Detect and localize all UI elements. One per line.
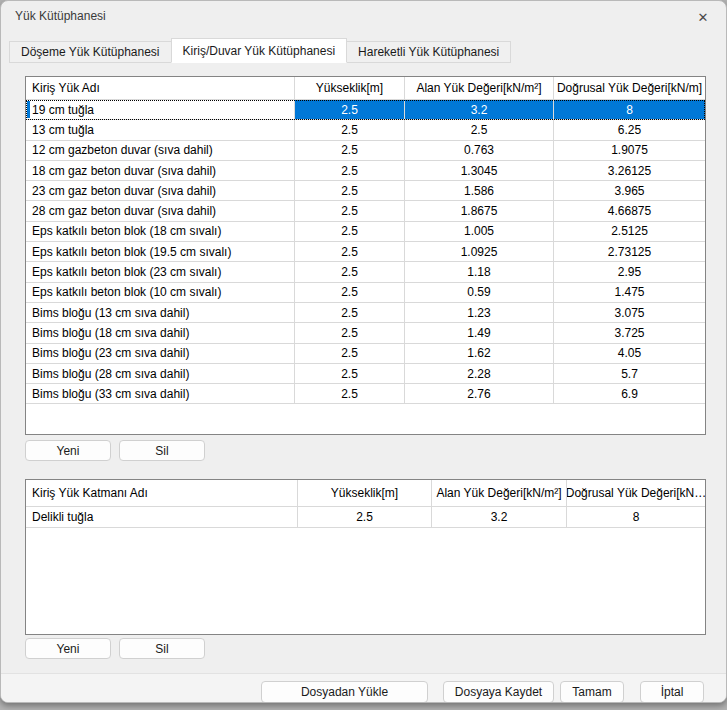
table-row[interactable]: Eps katkılı beton blok (23 cm sıvalı)2.5…	[26, 262, 705, 282]
name-cell[interactable]: Bims bloğu (33 cm sıva dahil)	[26, 384, 294, 403]
tab-beam-wall-load-library[interactable]: Kiriş/Duvar Yük Kütüphanesi	[171, 38, 348, 63]
name-cell[interactable]: 13 cm tuğla	[26, 120, 294, 139]
value-cell[interactable]: 1.005	[404, 222, 553, 241]
value-cell[interactable]: 2.28	[404, 364, 553, 383]
value-cell[interactable]: 1.586	[404, 181, 553, 200]
table-row[interactable]: Bims bloğu (23 cm sıva dahil)2.51.624.05	[26, 344, 705, 364]
name-cell[interactable]: 19 cm tuğla	[26, 100, 294, 119]
value-cell[interactable]: 3.725	[553, 323, 705, 342]
name-cell[interactable]: 28 cm gaz beton duvar (sıva dahil)	[26, 201, 294, 220]
cancel-button[interactable]: İptal	[640, 681, 704, 703]
column-header[interactable]: Yükseklik[m]	[294, 77, 404, 99]
value-cell[interactable]: 1.18	[404, 262, 553, 281]
value-cell[interactable]: 2.5	[294, 303, 404, 322]
value-cell[interactable]: 1.49	[404, 323, 553, 342]
table-row[interactable]: Bims bloğu (28 cm sıva dahil)2.52.285.7	[26, 364, 705, 384]
table-row[interactable]: Eps katkılı beton blok (10 cm sıvalı)2.5…	[26, 283, 705, 303]
value-cell[interactable]: 3.2	[431, 507, 566, 527]
table-row[interactable]: 12 cm gazbeton duvar (sıva dahil)2.50.76…	[26, 141, 705, 161]
table-row[interactable]: Eps katkılı beton blok (19.5 cm sıvalı)2…	[26, 242, 705, 262]
name-cell[interactable]: Bims bloğu (13 cm sıva dahil)	[26, 303, 294, 322]
layer-delete-button[interactable]: Sil	[119, 638, 205, 659]
beam-new-button[interactable]: Yeni	[25, 440, 111, 461]
name-cell[interactable]: Bims bloğu (28 cm sıva dahil)	[26, 364, 294, 383]
value-cell[interactable]: 2.5	[294, 283, 404, 302]
tab-live-load-library[interactable]: Hareketli Yük Kütüphanesi	[346, 41, 511, 63]
value-cell[interactable]: 2.5	[294, 262, 404, 281]
name-cell[interactable]: Eps katkılı beton blok (19.5 cm sıvalı)	[26, 242, 294, 261]
value-cell[interactable]: 0.59	[404, 283, 553, 302]
value-cell[interactable]: 3.075	[553, 303, 705, 322]
value-cell[interactable]: 0.763	[404, 141, 553, 160]
table-row[interactable]: Bims bloğu (33 cm sıva dahil)2.52.766.9	[26, 384, 705, 404]
table-row[interactable]: Eps katkılı beton blok (18 cm sıvalı)2.5…	[26, 222, 705, 242]
value-cell[interactable]: 2.5	[294, 181, 404, 200]
value-cell[interactable]: 3.965	[553, 181, 705, 200]
value-cell[interactable]: 4.66875	[553, 201, 705, 220]
table-row[interactable]: 19 cm tuğla2.53.28	[26, 100, 705, 120]
tab-floor-load-library[interactable]: Döşeme Yük Kütüphanesi	[9, 41, 172, 63]
value-cell[interactable]: 2.5	[294, 201, 404, 220]
value-cell[interactable]: 5.7	[553, 364, 705, 383]
value-cell[interactable]: 2.5	[404, 120, 553, 139]
column-header[interactable]: Kiriş Yük Katmanı Adı	[26, 480, 297, 506]
value-cell[interactable]: 2.5	[294, 364, 404, 383]
value-cell[interactable]: 2.73125	[553, 242, 705, 261]
value-cell[interactable]: 1.475	[553, 283, 705, 302]
value-cell[interactable]: 1.9075	[553, 141, 705, 160]
table-row[interactable]: Bims bloğu (13 cm sıva dahil)2.51.233.07…	[26, 303, 705, 323]
value-cell[interactable]: 3.26125	[553, 161, 705, 180]
value-cell[interactable]: 1.3045	[404, 161, 553, 180]
value-cell[interactable]: 1.62	[404, 344, 553, 363]
value-cell[interactable]: 2.5	[294, 323, 404, 342]
table-row[interactable]: 18 cm gaz beton duvar (sıva dahil)2.51.3…	[26, 161, 705, 181]
name-cell[interactable]: Eps katkılı beton blok (23 cm sıvalı)	[26, 262, 294, 281]
column-header[interactable]: Doğrusal Yük Değeri[kN…	[566, 480, 705, 506]
value-cell[interactable]: 2.5	[294, 120, 404, 139]
name-cell[interactable]: Delikli tuğla	[26, 507, 297, 527]
beam-delete-button[interactable]: Sil	[119, 440, 205, 461]
value-cell[interactable]: 6.25	[553, 120, 705, 139]
column-header[interactable]: Kiriş Yük Adı	[26, 77, 294, 99]
value-cell[interactable]: 4.05	[553, 344, 705, 363]
value-cell[interactable]: 2.5	[294, 344, 404, 363]
name-cell[interactable]: 12 cm gazbeton duvar (sıva dahil)	[26, 141, 294, 160]
close-icon[interactable]: ✕	[686, 5, 720, 29]
save-to-file-button[interactable]: Dosyaya Kaydet	[443, 681, 554, 703]
column-header[interactable]: Yükseklik[m]	[297, 480, 431, 506]
value-cell[interactable]: 2.95	[553, 262, 705, 281]
name-cell[interactable]: 18 cm gaz beton duvar (sıva dahil)	[26, 161, 294, 180]
value-cell[interactable]: 2.5	[294, 384, 404, 403]
table-row[interactable]: 23 cm gaz beton duvar (sıva dahil)2.51.5…	[26, 181, 705, 201]
name-cell[interactable]: Bims bloğu (23 cm sıva dahil)	[26, 344, 294, 363]
value-cell[interactable]: 6.9	[553, 384, 705, 403]
load-from-file-button[interactable]: Dosyadan Yükle	[261, 681, 428, 703]
value-cell[interactable]: 3.2	[404, 100, 553, 119]
value-cell[interactable]: 1.23	[404, 303, 553, 322]
name-cell[interactable]: Bims bloğu (18 cm sıva dahil)	[26, 323, 294, 342]
table-row[interactable]: Delikli tuğla2.53.28	[26, 507, 705, 528]
table-row[interactable]: 28 cm gaz beton duvar (sıva dahil)2.51.8…	[26, 201, 705, 221]
value-cell[interactable]: 2.76	[404, 384, 553, 403]
value-cell[interactable]: 8	[566, 507, 705, 527]
table-row[interactable]: Bims bloğu (18 cm sıva dahil)2.51.493.72…	[26, 323, 705, 343]
name-cell[interactable]: 23 cm gaz beton duvar (sıva dahil)	[26, 181, 294, 200]
value-cell[interactable]: 2.5	[294, 141, 404, 160]
value-cell[interactable]: 2.5	[294, 100, 404, 119]
column-header[interactable]: Doğrusal Yük Değeri[kN/m]	[553, 77, 705, 99]
value-cell[interactable]: 2.5	[294, 222, 404, 241]
column-header[interactable]: Alan Yük Değeri[kN/m²]	[431, 480, 566, 506]
value-cell[interactable]: 2.5	[294, 242, 404, 261]
value-cell[interactable]: 2.5	[294, 161, 404, 180]
column-header[interactable]: Alan Yük Değeri[kN/m²]	[404, 77, 553, 99]
value-cell[interactable]: 2.5125	[553, 222, 705, 241]
value-cell[interactable]: 8	[553, 100, 705, 119]
ok-button[interactable]: Tamam	[560, 681, 624, 703]
table-row[interactable]: 13 cm tuğla2.52.56.25	[26, 120, 705, 140]
layer-new-button[interactable]: Yeni	[25, 638, 111, 659]
name-cell[interactable]: Eps katkılı beton blok (18 cm sıvalı)	[26, 222, 294, 241]
value-cell[interactable]: 1.0925	[404, 242, 553, 261]
value-cell[interactable]: 1.8675	[404, 201, 553, 220]
name-cell[interactable]: Eps katkılı beton blok (10 cm sıvalı)	[26, 283, 294, 302]
value-cell[interactable]: 2.5	[297, 507, 431, 527]
